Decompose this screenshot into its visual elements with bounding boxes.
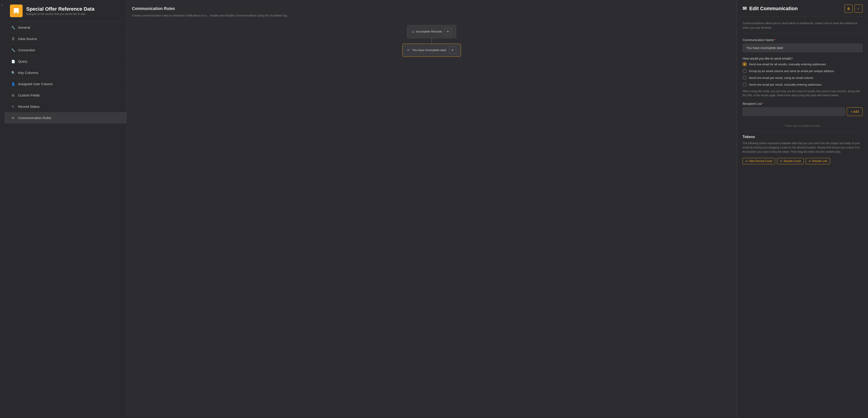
flow-node1-add-button[interactable]: +: [444, 28, 452, 35]
tokens-title: Tokens: [743, 135, 863, 139]
flow-node2-add-button[interactable]: +: [449, 46, 456, 54]
required-star-2: *: [763, 102, 764, 105]
radio-btn-1: [743, 62, 747, 66]
token-badge-label-2: Results Count: [784, 160, 801, 163]
collapse-icon: »: [2, 4, 3, 7]
no-emails-message: There are no added emails.: [743, 121, 863, 131]
envelope-icon: ✉: [407, 49, 410, 52]
radio-group: Send one email for all results, manually…: [743, 62, 863, 87]
radio-label-4: Send one email per result, manually ente…: [749, 83, 822, 86]
sidebar-item-label: Connection: [18, 48, 35, 52]
middle-panel-description: Create communication rules to distribute…: [132, 13, 731, 18]
recipient-list-group: Recipient List * + Add: [743, 102, 863, 116]
sidebar-item-communication-rules[interactable]: ✉ Communication Rules: [4, 112, 126, 124]
sidebar-item-label: Record Status: [18, 105, 39, 108]
recipient-email-input[interactable]: [743, 107, 845, 116]
radio-label-1: Send one email for all results, manually…: [749, 63, 826, 66]
mode-description: When using this mode, you can only use t…: [743, 89, 863, 97]
page-subtitle: Navigate to the section that you would l…: [26, 12, 94, 15]
right-panel-title: ✉ Edit Communication: [743, 6, 798, 11]
title-envelope-icon: ✉: [743, 6, 747, 11]
right-panel: ✉ Edit Communication 🗑 ✓ Communications …: [737, 0, 868, 418]
sidebar-item-label: Communication Rules: [18, 116, 51, 120]
mail-icon: ✉: [11, 116, 16, 120]
query-icon: 📄: [11, 60, 16, 63]
panel-description: Communications allow you to send alerts …: [743, 21, 863, 34]
sidebar-item-assigned-user-column[interactable]: 👤 Assigned User Column: [4, 78, 126, 90]
trash-icon: 🗑: [847, 7, 850, 10]
radio-btn-2: [743, 69, 747, 73]
radio-label-2: Group by an email column and send an ema…: [749, 69, 834, 73]
database-icon: 🗄: [11, 37, 16, 41]
flow-node2-label-text: 'You have incomplete data': [412, 49, 446, 52]
sidebar-item-label: Key Columns: [18, 71, 38, 74]
radio-option-3[interactable]: Send one email per result, using an emai…: [743, 76, 863, 80]
right-panel-header: ✉ Edit Communication 🗑 ✓: [737, 0, 868, 17]
right-panel-body: Communications allow you to send alerts …: [737, 17, 868, 169]
connection-icon: 🔧: [11, 49, 16, 52]
user-icon: 👤: [11, 82, 16, 86]
tag-icon-2: 🏷: [780, 160, 782, 162]
edit-icon: ✎: [11, 105, 16, 108]
sidebar-header: Special Offer Reference Data Navigate to…: [4, 0, 126, 22]
tag-icon-1: 🏷: [745, 160, 748, 162]
communication-name-input[interactable]: [743, 43, 863, 52]
sidebar-title-area: Special Offer Reference Data Navigate to…: [26, 6, 94, 15]
tag-icon-3: 🏷: [809, 160, 811, 162]
sidebar-item-label: Custom Fields: [18, 93, 40, 97]
token-results-count[interactable]: 🏷 Results Count: [777, 158, 804, 164]
radio-btn-3: [743, 76, 747, 80]
flow-node-email-communication[interactable]: ✉ 'You have incomplete data' +: [402, 43, 461, 57]
sidebar-item-general[interactable]: 🔧 General: [4, 22, 126, 33]
flow-node-incomplete-records[interactable]: ψ Incomplete Records +: [407, 25, 456, 38]
sidebar-nav: 🔧 General 🗄 Data Source 🔧 Connection 📄 Q…: [4, 22, 126, 418]
flow-node-label-text: Incomplete Records: [416, 30, 442, 33]
middle-panel: Communication Rules Create communication…: [127, 0, 737, 418]
email-method-label: How would you like to send emails?: [743, 57, 863, 60]
content-wrapper: Communication Rules Create communication…: [127, 0, 868, 418]
radio-label-3: Send one email per result, using an emai…: [749, 76, 813, 79]
sidebar-item-record-status[interactable]: ✎ Record Status: [4, 101, 126, 112]
sidebar-item-data-source[interactable]: 🗄 Data Source: [4, 33, 126, 44]
flow-diagram: ψ Incomplete Records + ✉ 'You have incom…: [132, 25, 731, 57]
middle-panel-title: Communication Rules: [132, 6, 731, 11]
token-new-record-count[interactable]: 🏷 New Record Count: [743, 158, 775, 164]
checkmark-icon: ✓: [857, 7, 860, 10]
grid-icon: ⊞: [11, 94, 16, 97]
wrench-icon: 🔧: [11, 26, 16, 29]
recipient-row: + Add: [743, 107, 863, 116]
radio-option-2[interactable]: Group by an email column and send an ema…: [743, 69, 863, 73]
sidebar-item-query[interactable]: 📄 Query: [4, 56, 126, 67]
email-method-group: How would you like to send emails? Send …: [743, 57, 863, 97]
communication-name-label: Communication Name *: [743, 38, 863, 42]
delete-button[interactable]: 🗑: [844, 4, 852, 13]
key-icon: 🔍: [11, 71, 16, 74]
radio-btn-4: [743, 83, 747, 87]
psi-icon: ψ: [412, 30, 414, 33]
sidebar-item-label: Data Source: [18, 37, 37, 41]
confirm-button[interactable]: ✓: [855, 4, 863, 13]
tokens-description: The following tokens represent available…: [743, 141, 863, 154]
radio-option-4[interactable]: Send one email per result, manually ente…: [743, 83, 863, 87]
required-star: *: [775, 38, 776, 42]
sidebar-item-key-columns[interactable]: 🔍 Key Columns: [4, 67, 126, 78]
sidebar-collapse-toggle[interactable]: »: [0, 0, 4, 418]
bookmark-icon: [13, 7, 20, 14]
token-badge-label-1: New Record Count: [749, 160, 772, 163]
sidebar-item-custom-fields[interactable]: ⊞ Custom Fields: [4, 90, 126, 101]
right-panel-actions: 🗑 ✓: [844, 4, 863, 13]
sidebar: Special Offer Reference Data Navigate to…: [4, 0, 127, 418]
sidebar-item-label: General: [18, 26, 30, 29]
token-results-link[interactable]: 🏷 Results Link: [806, 158, 830, 164]
communication-name-group: Communication Name *: [743, 38, 863, 52]
app-logo: [10, 4, 23, 17]
tokens-section: Tokens The following tokens represent av…: [743, 135, 863, 164]
add-email-button[interactable]: + Add: [847, 107, 863, 116]
flow-connector: [432, 38, 432, 43]
radio-option-1[interactable]: Send one email for all results, manually…: [743, 62, 863, 66]
sidebar-item-label: Query: [18, 59, 27, 63]
token-badges: 🏷 New Record Count 🏷 Results Count 🏷 Res…: [743, 158, 863, 164]
token-badge-label-3: Results Link: [812, 160, 827, 163]
sidebar-item-label: Assigned User Column: [18, 82, 53, 86]
sidebar-item-connection[interactable]: 🔧 Connection: [4, 44, 126, 56]
